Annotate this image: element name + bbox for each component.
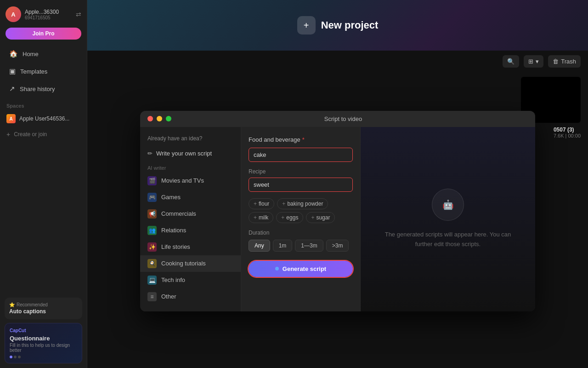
user-info: Apple...36300 6941716505 — [25, 9, 72, 20]
required-star: * — [302, 136, 305, 143]
modal-nav-movies[interactable]: 🎬 Movies and TVs — [140, 172, 241, 189]
q-dot-3 — [18, 356, 21, 358]
q-dot-1 — [10, 356, 12, 358]
recommended-card[interactable]: ⭐ Recommended Auto captions — [5, 298, 82, 319]
modal-form: Food and beverage * Recipe + flour — [241, 127, 361, 311]
recommended-title: Auto captions — [9, 308, 78, 315]
category-input[interactable] — [249, 148, 353, 162]
cooking-icon: 🍳 — [147, 259, 157, 268]
sidebar: A Apple...36300 6941716505 ⇄ Join Pro 🏠 … — [0, 0, 87, 368]
q-dots — [10, 356, 77, 358]
questionnaire-card[interactable]: CapCut Questionnaire Fill in this to hel… — [5, 323, 82, 363]
other-icon: ≡ — [147, 292, 157, 301]
new-project-bar[interactable]: + New project — [87, 0, 588, 51]
life-icon: ✨ — [147, 242, 157, 252]
write-own-script-button[interactable]: ✏ Write your own script — [140, 146, 241, 161]
q-dot-2 — [14, 356, 17, 358]
sidebar-item-label: Share history — [20, 86, 55, 92]
modal-nav-label: Cooking tutorials — [161, 260, 206, 267]
modal-nav-life[interactable]: ✨ Life stories — [140, 239, 241, 255]
sidebar-item-templates[interactable]: ▣ Templates — [3, 63, 84, 80]
ai-writer-label: AI writer — [140, 161, 241, 172]
sidebar-bottom: ⭐ Recommended Auto captions CapCut Quest… — [0, 293, 87, 368]
games-icon: 🎮 — [147, 193, 157, 202]
modal-body: Already have an idea? ✏ Write your own s… — [140, 127, 535, 311]
user-id: 6941716505 — [25, 15, 72, 20]
modal-nav-games[interactable]: 🎮 Games — [140, 189, 241, 206]
script-to-video-modal: Script to video Already have an idea? ✏ … — [140, 111, 535, 311]
sidebar-item-label: Templates — [20, 68, 47, 75]
close-button[interactable] — [147, 116, 153, 121]
modal-sidebar-header: Already have an idea? — [140, 133, 241, 146]
new-project-label: New project — [321, 19, 379, 31]
plus-icon: + — [282, 201, 285, 207]
modal-nav-tech[interactable]: 💻 Tech info — [140, 272, 241, 288]
sidebar-item-share-history[interactable]: ↗ Share history — [3, 80, 84, 97]
plus-icon: + — [281, 214, 284, 221]
avatar: A — [6, 6, 21, 22]
generate-script-button[interactable]: Generate script — [249, 261, 353, 277]
join-pro-button[interactable]: Join Pro — [6, 28, 81, 40]
movies-icon: 🎬 — [147, 176, 157, 185]
templates-icon: ▣ — [9, 67, 16, 75]
modal-nav-label: Games — [161, 194, 181, 201]
duration-1m[interactable]: 1m — [273, 240, 293, 252]
commercials-icon: 📢 — [147, 209, 157, 218]
modal-nav-label: Relations — [161, 227, 186, 234]
tag-sugar[interactable]: + sugar — [306, 212, 335, 223]
gen-dot-icon — [275, 267, 279, 270]
relations-icon: 👥 — [147, 226, 157, 235]
modal-nav-relations[interactable]: 👥 Relations — [140, 222, 241, 239]
create-join-label: Create or join — [14, 131, 47, 138]
tag-flour[interactable]: + flour — [249, 198, 274, 209]
modal-title: Script to video — [158, 115, 528, 122]
modal-nav-label: Other — [161, 293, 176, 300]
tag-milk[interactable]: + milk — [249, 212, 273, 223]
plus-icon: + — [254, 201, 257, 207]
plus-icon: + — [6, 131, 10, 138]
duration-label: Duration — [249, 230, 353, 236]
sidebar-item-home[interactable]: 🏠 Home — [3, 46, 84, 62]
ai-preview-panel: 🤖 The generated scripts will appear here… — [361, 127, 535, 311]
duration-1-3m[interactable]: 1—3m — [295, 240, 323, 252]
ai-logo: 🤖 — [432, 189, 464, 221]
modal-nav-other[interactable]: ≡ Other — [140, 288, 241, 305]
sidebar-item-label: Home — [23, 51, 39, 58]
pencil-icon: ✏ — [147, 150, 153, 157]
tag-eggs[interactable]: + eggs — [276, 212, 303, 223]
modal-right: Food and beverage * Recipe + flour — [241, 127, 535, 311]
spaces-avatar: A — [6, 114, 16, 123]
recipe-input[interactable] — [249, 178, 353, 192]
content-area: 0507 (3) 7.6K | 00:00 Script to video Al… — [87, 72, 588, 368]
category-label: Food and beverage * — [249, 136, 353, 143]
create-join-item[interactable]: + Create or join — [0, 127, 87, 142]
duration-row: Any 1m 1—3m >3m — [249, 240, 353, 252]
tech-icon: 💻 — [147, 276, 157, 285]
tag-baking-powder[interactable]: + baking powder — [277, 198, 328, 209]
tag-row: + flour + baking powder + milk — [249, 198, 353, 223]
duration-3m-plus[interactable]: >3m — [326, 240, 349, 252]
modal-nav-cooking[interactable]: 🍳 Cooking tutorials — [140, 255, 241, 272]
recipe-label: Recipe — [249, 168, 353, 175]
modal-nav-label: Commercials — [161, 210, 196, 217]
modal-nav-label: Tech info — [161, 276, 185, 283]
plus-icon: + — [254, 214, 257, 221]
switch-account-icon[interactable]: ⇄ — [76, 11, 81, 18]
new-project-icon: + — [297, 16, 316, 34]
spaces-item-apple-user[interactable]: A Apple User546536... — [0, 110, 87, 127]
q-subtitle: Fill in this to help us to design better — [10, 343, 77, 353]
modal-titlebar: Script to video — [140, 111, 535, 127]
user-section: A Apple...36300 6941716505 ⇄ — [0, 0, 87, 26]
spaces-label: Spaces — [0, 98, 87, 110]
q-logo: CapCut — [10, 328, 77, 333]
user-name: Apple...36300 — [25, 9, 72, 15]
modal-nav-commercials[interactable]: 📢 Commercials — [140, 206, 241, 222]
main-area: + New project 🔍 ⊞ ▾ 🗑 Trash 0507 (3) 7.6… — [87, 0, 588, 368]
modal-overlay: Script to video Already have an idea? ✏ … — [87, 54, 588, 368]
home-icon: 🏠 — [9, 50, 18, 58]
q-title: Questionnaire — [10, 335, 77, 342]
recommended-label: ⭐ Recommended — [9, 302, 78, 307]
duration-any[interactable]: Any — [249, 240, 270, 252]
ai-preview-text: The generated scripts will appear here. … — [384, 230, 512, 249]
modal-nav-label: Life stories — [161, 243, 190, 250]
